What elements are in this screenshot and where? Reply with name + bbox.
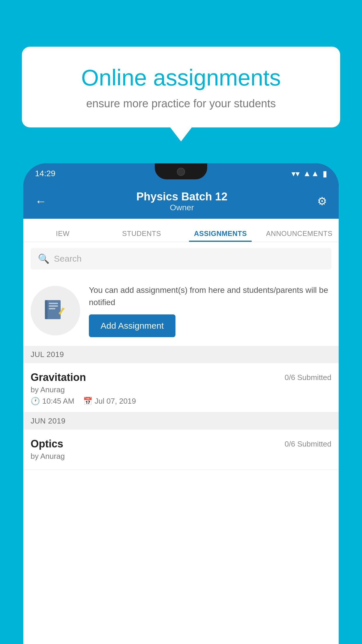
tabs-bar: IEW STUDENTS ASSIGNMENTS ANNOUNCEMENTS: [23, 219, 339, 242]
assignment-author: by Anurag: [31, 385, 331, 394]
assignment-time: 🕐 10:45 AM: [31, 397, 74, 406]
assignment-date: 📅 Jul 07, 2019: [83, 397, 136, 406]
assignment-name-optics: Optics: [31, 438, 63, 450]
section-jun-2019: JUN 2019: [23, 412, 339, 430]
speech-bubble-subtitle: ensure more practice for your students: [42, 97, 320, 110]
batch-subtitle: Owner: [136, 203, 228, 212]
promo-section: You can add assignment(s) from here and …: [23, 275, 339, 346]
tab-iew[interactable]: IEW: [23, 230, 102, 242]
tab-announcements[interactable]: ANNOUNCEMENTS: [260, 230, 339, 242]
svg-rect-2: [49, 303, 58, 304]
assignment-row-title: Gravitation 0/6 Submitted: [31, 371, 331, 384]
assignment-name: Gravitation: [31, 371, 86, 384]
back-button[interactable]: ←: [35, 195, 47, 208]
header-title-block: Physics Batch 12 Owner: [136, 190, 228, 212]
settings-button[interactable]: ⚙: [317, 195, 327, 208]
assignment-time-value: 10:45 AM: [42, 397, 74, 406]
promo-right: You can add assignment(s) from here and …: [89, 284, 331, 337]
assignment-row-title-optics: Optics 0/6 Submitted: [31, 438, 331, 450]
svg-rect-3: [49, 305, 58, 307]
status-time: 14:29: [35, 169, 55, 178]
assignment-meta: 🕐 10:45 AM 📅 Jul 07, 2019: [31, 397, 331, 406]
tab-students[interactable]: STUDENTS: [102, 230, 181, 242]
section-jul-2019: JUL 2019: [23, 346, 339, 363]
assignment-date-value: Jul 07, 2019: [95, 397, 136, 406]
add-assignment-button[interactable]: Add Assignment: [89, 314, 175, 337]
search-bar[interactable]: 🔍 Search: [31, 248, 331, 270]
assignment-optics[interactable]: Optics 0/6 Submitted by Anurag: [23, 430, 339, 470]
speech-bubble-container: Online assignments ensure more practice …: [22, 47, 340, 127]
search-container: 🔍 Search: [23, 242, 339, 275]
camera: [177, 168, 185, 176]
promo-icon-circle: [31, 286, 80, 335]
assignment-submitted: 0/6 Submitted: [285, 373, 331, 382]
svg-rect-1: [45, 300, 48, 319]
content-area: 🔍 Search: [23, 242, 339, 644]
assignment-submitted-optics: 0/6 Submitted: [285, 440, 331, 449]
wifi-icon: ▾▾: [291, 169, 300, 178]
phone-frame: 14:29 ▾▾ ▲▲ ▮ ← Physics Batch 12 Owner ⚙…: [23, 163, 339, 644]
promo-text: You can add assignment(s) from here and …: [89, 284, 331, 309]
speech-bubble: Online assignments ensure more practice …: [22, 47, 340, 127]
search-icon: 🔍: [38, 253, 50, 264]
search-placeholder: Search: [54, 254, 82, 264]
status-icons: ▾▾ ▲▲ ▮: [291, 169, 327, 178]
notebook-icon: [42, 298, 68, 324]
app-header: ← Physics Batch 12 Owner ⚙: [23, 184, 339, 219]
speech-bubble-title: Online assignments: [42, 64, 320, 92]
clock-icon: 🕐: [31, 397, 40, 406]
batch-title: Physics Batch 12: [136, 190, 228, 203]
calendar-icon: 📅: [83, 397, 92, 406]
signal-icon: ▲▲: [303, 169, 319, 178]
assignment-gravitation[interactable]: Gravitation 0/6 Submitted by Anurag 🕐 10…: [23, 363, 339, 412]
phone-notch: [155, 163, 207, 179]
tab-assignments[interactable]: ASSIGNMENTS: [181, 230, 260, 242]
assignment-author-optics: by Anurag: [31, 452, 331, 461]
svg-rect-4: [49, 308, 56, 309]
battery-icon: ▮: [323, 169, 327, 178]
